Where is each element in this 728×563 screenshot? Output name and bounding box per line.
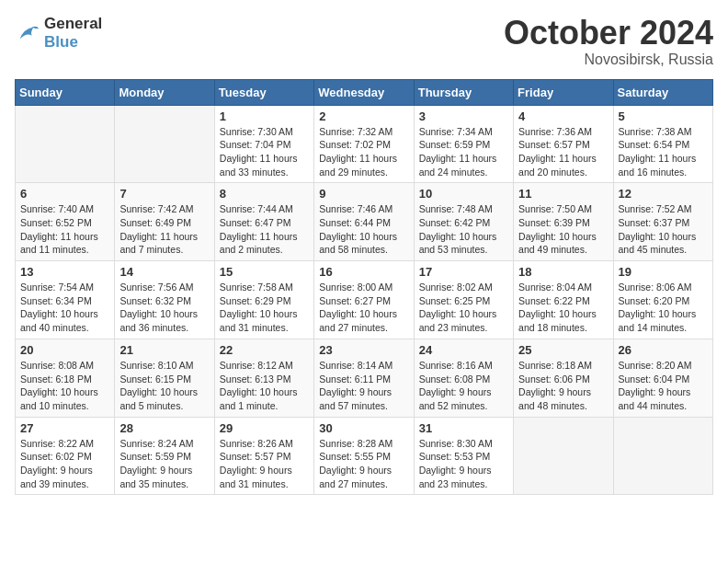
day-number: 27 [20, 421, 109, 435]
col-header-saturday: Saturday [613, 79, 712, 105]
cell-content: Sunrise: 8:20 AMSunset: 6:04 PMDaylight:… [619, 359, 708, 413]
day-number: 20 [20, 343, 109, 357]
calendar-cell: 29 Sunrise: 8:26 AMSunset: 5:57 PMDaylig… [214, 417, 313, 495]
day-number: 9 [319, 187, 408, 201]
calendar-cell [613, 417, 712, 495]
calendar-cell [514, 417, 613, 495]
day-number: 19 [619, 265, 708, 279]
day-number: 3 [419, 109, 508, 123]
cell-content: Sunrise: 8:26 AMSunset: 5:57 PMDaylight:… [220, 437, 309, 491]
logo: General Blue [15, 15, 102, 51]
calendar-cell: 20 Sunrise: 8:08 AMSunset: 6:18 PMDaylig… [16, 339, 115, 417]
day-number: 4 [518, 109, 608, 123]
calendar-cell: 4 Sunrise: 7:36 AMSunset: 6:57 PMDayligh… [514, 105, 613, 183]
calendar-cell: 18 Sunrise: 8:04 AMSunset: 6:22 PMDaylig… [514, 261, 613, 339]
cell-content: Sunrise: 8:00 AMSunset: 6:27 PMDaylight:… [319, 281, 408, 335]
day-number: 30 [319, 421, 408, 435]
day-number: 22 [220, 343, 309, 357]
day-number: 17 [419, 265, 508, 279]
day-number: 26 [619, 343, 708, 357]
day-number: 11 [518, 187, 608, 201]
calendar-cell: 22 Sunrise: 8:12 AMSunset: 6:13 PMDaylig… [214, 339, 313, 417]
day-number: 28 [119, 421, 209, 435]
calendar-cell: 24 Sunrise: 8:16 AMSunset: 6:08 PMDaylig… [414, 339, 513, 417]
calendar-cell: 14 Sunrise: 7:56 AMSunset: 6:32 PMDaylig… [115, 261, 214, 339]
title-block: October 2024 Novosibirsk, Russia [504, 15, 713, 68]
calendar-cell: 2 Sunrise: 7:32 AMSunset: 7:02 PMDayligh… [314, 105, 414, 183]
calendar-cell: 7 Sunrise: 7:42 AMSunset: 6:49 PMDayligh… [115, 183, 214, 261]
cell-content: Sunrise: 8:12 AMSunset: 6:13 PMDaylight:… [220, 359, 309, 413]
col-header-thursday: Thursday [414, 79, 513, 105]
cell-content: Sunrise: 8:30 AMSunset: 5:53 PMDaylight:… [419, 437, 508, 491]
logo-text: General Blue [44, 15, 102, 51]
week-row-4: 20 Sunrise: 8:08 AMSunset: 6:18 PMDaylig… [16, 339, 713, 417]
cell-content: Sunrise: 7:40 AMSunset: 6:52 PMDaylight:… [20, 202, 109, 257]
calendar-cell: 5 Sunrise: 7:38 AMSunset: 6:54 PMDayligh… [613, 105, 712, 183]
cell-content: Sunrise: 8:06 AMSunset: 6:20 PMDaylight:… [619, 281, 708, 335]
day-number: 2 [319, 109, 408, 123]
week-row-3: 13 Sunrise: 7:54 AMSunset: 6:34 PMDaylig… [16, 261, 713, 339]
day-number: 23 [319, 343, 408, 357]
day-number: 21 [119, 343, 209, 357]
location: Novosibirsk, Russia [504, 52, 713, 68]
day-number: 16 [319, 265, 408, 279]
calendar-cell: 27 Sunrise: 8:22 AMSunset: 6:02 PMDaylig… [16, 417, 115, 495]
calendar-cell: 19 Sunrise: 8:06 AMSunset: 6:20 PMDaylig… [613, 261, 712, 339]
col-header-monday: Monday [115, 79, 214, 105]
day-number: 10 [419, 187, 508, 201]
cell-content: Sunrise: 7:42 AMSunset: 6:49 PMDaylight:… [119, 202, 209, 257]
cell-content: Sunrise: 8:18 AMSunset: 6:06 PMDaylight:… [518, 359, 608, 413]
day-number: 1 [220, 109, 309, 123]
day-number: 29 [220, 421, 309, 435]
day-number: 24 [419, 343, 508, 357]
calendar-cell: 30 Sunrise: 8:28 AMSunset: 5:55 PMDaylig… [314, 417, 414, 495]
cell-content: Sunrise: 7:36 AMSunset: 6:57 PMDaylight:… [518, 125, 608, 179]
calendar-cell: 25 Sunrise: 8:18 AMSunset: 6:06 PMDaylig… [514, 339, 613, 417]
day-number: 7 [119, 187, 209, 201]
day-number: 15 [220, 265, 309, 279]
cell-content: Sunrise: 7:56 AMSunset: 6:32 PMDaylight:… [119, 281, 209, 335]
calendar-cell: 8 Sunrise: 7:44 AMSunset: 6:47 PMDayligh… [214, 183, 313, 261]
month-title: October 2024 [504, 15, 713, 52]
col-header-sunday: Sunday [16, 79, 115, 105]
cell-content: Sunrise: 7:52 AMSunset: 6:37 PMDaylight:… [619, 202, 708, 257]
calendar-cell: 31 Sunrise: 8:30 AMSunset: 5:53 PMDaylig… [414, 417, 513, 495]
calendar-cell: 15 Sunrise: 7:58 AMSunset: 6:29 PMDaylig… [214, 261, 313, 339]
calendar-cell: 13 Sunrise: 7:54 AMSunset: 6:34 PMDaylig… [16, 261, 115, 339]
day-number: 8 [220, 187, 309, 201]
calendar-cell: 3 Sunrise: 7:34 AMSunset: 6:59 PMDayligh… [414, 105, 513, 183]
cell-content: Sunrise: 7:54 AMSunset: 6:34 PMDaylight:… [20, 281, 109, 335]
calendar-cell [115, 105, 214, 183]
cell-content: Sunrise: 7:32 AMSunset: 7:02 PMDaylight:… [319, 125, 408, 179]
header-row: SundayMondayTuesdayWednesdayThursdayFrid… [16, 79, 713, 105]
calendar-cell: 28 Sunrise: 8:24 AMSunset: 5:59 PMDaylig… [115, 417, 214, 495]
calendar-cell: 10 Sunrise: 7:48 AMSunset: 6:42 PMDaylig… [414, 183, 513, 261]
week-row-1: 1 Sunrise: 7:30 AMSunset: 7:04 PMDayligh… [16, 105, 713, 183]
logo-icon [15, 20, 40, 46]
cell-content: Sunrise: 8:10 AMSunset: 6:15 PMDaylight:… [119, 359, 209, 413]
day-number: 18 [518, 265, 608, 279]
day-number: 14 [119, 265, 209, 279]
day-number: 25 [518, 343, 608, 357]
calendar-cell: 21 Sunrise: 8:10 AMSunset: 6:15 PMDaylig… [115, 339, 214, 417]
calendar-cell [16, 105, 115, 183]
col-header-friday: Friday [514, 79, 613, 105]
cell-content: Sunrise: 7:30 AMSunset: 7:04 PMDaylight:… [220, 125, 309, 179]
calendar-cell: 9 Sunrise: 7:46 AMSunset: 6:44 PMDayligh… [314, 183, 414, 261]
calendar-cell: 16 Sunrise: 8:00 AMSunset: 6:27 PMDaylig… [314, 261, 414, 339]
day-number: 12 [619, 187, 708, 201]
cell-content: Sunrise: 8:14 AMSunset: 6:11 PMDaylight:… [319, 359, 408, 413]
day-number: 13 [20, 265, 109, 279]
calendar-table: SundayMondayTuesdayWednesdayThursdayFrid… [15, 79, 713, 496]
cell-content: Sunrise: 8:28 AMSunset: 5:55 PMDaylight:… [319, 437, 408, 491]
cell-content: Sunrise: 7:46 AMSunset: 6:44 PMDaylight:… [319, 202, 408, 257]
week-row-2: 6 Sunrise: 7:40 AMSunset: 6:52 PMDayligh… [16, 183, 713, 261]
cell-content: Sunrise: 8:02 AMSunset: 6:25 PMDaylight:… [419, 281, 508, 335]
cell-content: Sunrise: 7:38 AMSunset: 6:54 PMDaylight:… [619, 125, 708, 179]
calendar-cell: 12 Sunrise: 7:52 AMSunset: 6:37 PMDaylig… [613, 183, 712, 261]
day-number: 31 [419, 421, 508, 435]
cell-content: Sunrise: 8:24 AMSunset: 5:59 PMDaylight:… [119, 437, 209, 491]
calendar-cell: 17 Sunrise: 8:02 AMSunset: 6:25 PMDaylig… [414, 261, 513, 339]
cell-content: Sunrise: 7:50 AMSunset: 6:39 PMDaylight:… [518, 202, 608, 257]
col-header-tuesday: Tuesday [214, 79, 313, 105]
